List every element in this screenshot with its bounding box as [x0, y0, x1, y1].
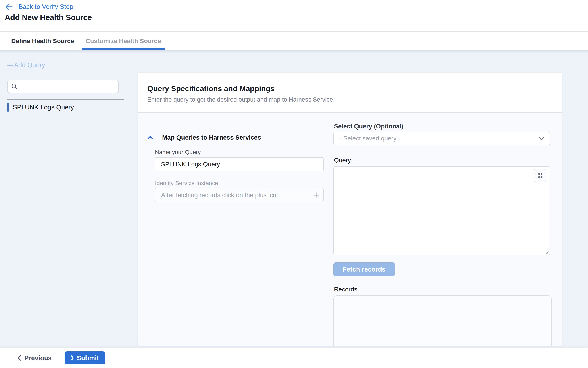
tab-bar: Define Health Source Customize Health So…	[0, 32, 588, 50]
query-search-box	[7, 80, 118, 93]
query-item-label: SPLUNK Logs Query	[13, 104, 74, 111]
query-list-item[interactable]: SPLUNK Logs Query	[7, 103, 74, 112]
search-input[interactable]	[7, 80, 118, 93]
panel-body: Map Queries to Harness Services Name you…	[138, 112, 562, 346]
resize-grip-icon	[545, 250, 549, 254]
query-label: Query	[334, 157, 351, 164]
add-service-instance-path-button[interactable]	[312, 191, 320, 199]
app-root: Back to Verify Step Add New Health Sourc…	[0, 0, 588, 368]
panel-title: Query Specifications and Mappings	[147, 84, 552, 93]
saved-query-select-value: - Select saved query -	[340, 135, 539, 142]
fetch-records-button[interactable]: Fetch records	[333, 262, 395, 276]
tab-customize-health-source[interactable]: Customize Health Source	[82, 32, 165, 50]
name-your-query-label: Name your Query	[155, 149, 201, 156]
back-link[interactable]: Back to Verify Step	[5, 3, 73, 10]
content-area: Add Query SPLUNK Logs Query Query Specif…	[0, 50, 588, 348]
query-name-input[interactable]	[155, 157, 324, 172]
panel-header: Query Specifications and Mappings Enter …	[138, 73, 562, 112]
expand-icon	[537, 172, 543, 179]
page-header: Back to Verify Step Add New Health Sourc…	[0, 0, 588, 32]
sidebar-divider	[7, 99, 124, 100]
expand-query-button[interactable]	[534, 169, 546, 182]
add-query-label: Add Query	[14, 61, 45, 69]
previous-button-label: Previous	[24, 354, 52, 362]
select-query-label: Select Query (Optional)	[334, 123, 403, 130]
plus-icon	[313, 192, 320, 199]
plus-icon	[7, 62, 13, 69]
chevron-up-icon	[147, 136, 153, 139]
chevron-left-icon	[18, 355, 21, 361]
selected-indicator-bar	[7, 103, 9, 112]
submit-button-label: Submit	[77, 354, 99, 362]
chevron-down-icon	[539, 137, 544, 140]
chevron-right-icon	[71, 355, 74, 361]
section-heading: Map Queries to Harness Services	[162, 134, 261, 141]
service-instance-field	[155, 188, 324, 202]
panel-subtitle: Enter the query to get the desired outpu…	[147, 96, 552, 103]
add-query-button[interactable]: Add Query	[7, 61, 45, 69]
collapse-toggle[interactable]	[147, 136, 153, 139]
query-editor	[333, 166, 550, 256]
back-link-label: Back to Verify Step	[18, 3, 73, 10]
records-label: Records	[334, 286, 357, 293]
fetch-records-label: Fetch records	[343, 266, 386, 273]
previous-button[interactable]: Previous	[18, 354, 52, 362]
service-instance-input[interactable]	[155, 188, 324, 202]
saved-query-select[interactable]: - Select saved query -	[333, 131, 550, 145]
back-arrow-icon	[5, 4, 13, 10]
page-title: Add New Health Source	[5, 13, 92, 22]
tab-define-health-source[interactable]: Define Health Source	[7, 32, 78, 50]
identify-service-instance-label: Identify Service Instance	[155, 180, 218, 187]
resize-handle[interactable]	[545, 250, 549, 254]
query-textarea[interactable]	[334, 166, 550, 255]
footer-bar: Previous Submit	[0, 348, 588, 368]
map-queries-section-header: Map Queries to Harness Services	[147, 134, 261, 141]
query-specifications-panel: Query Specifications and Mappings Enter …	[138, 73, 562, 346]
submit-button[interactable]: Submit	[64, 351, 105, 364]
records-output-box	[333, 295, 552, 346]
